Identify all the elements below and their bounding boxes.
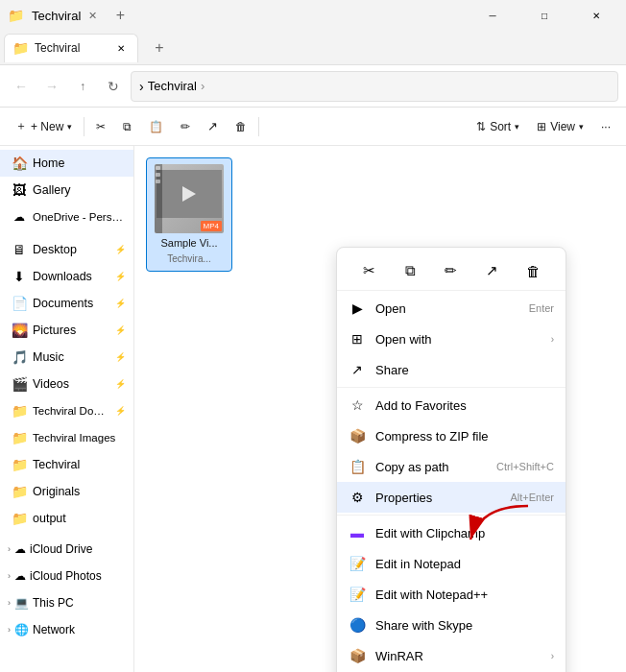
sidebar-item-gallery[interactable]: 🖼 Gallery xyxy=(0,177,133,204)
file-name: Sample Vi... xyxy=(160,237,217,250)
ctx-copy-button[interactable]: ⧉ xyxy=(395,257,425,284)
up-button[interactable]: ↑ xyxy=(69,73,96,100)
toolbar-sep-1 xyxy=(84,117,84,136)
ctx-share-button[interactable]: ↗ xyxy=(477,257,508,284)
ctx-toolbar: ✂ ⧉ ✏ ↗ 🗑 xyxy=(337,252,566,291)
sidebar-item-desktop[interactable]: 🖥 Desktop ⚡ xyxy=(0,236,133,263)
sort-button[interactable]: ⇅ Sort ▾ xyxy=(469,112,527,141)
sidebar-item-downloads[interactable]: ⬇ Downloads ⚡ xyxy=(0,263,133,290)
sidebar-item-label: Documents xyxy=(33,297,109,310)
expand-icon: › xyxy=(8,625,11,635)
sidebar-item-icloud-photos[interactable]: › ☁ iCloud Photos xyxy=(0,563,133,589)
share-button[interactable]: ↗ xyxy=(200,112,226,141)
back-button[interactable]: ← xyxy=(8,73,35,100)
paste-button[interactable]: 📋 xyxy=(141,112,171,141)
sidebar-item-techviral-doc[interactable]: 📁 Techviral Docum ⚡ xyxy=(0,397,133,424)
more-icon: ··· xyxy=(601,120,611,133)
share-icon: ↗ xyxy=(207,119,218,133)
sidebar-item-label: Pictures xyxy=(33,324,109,337)
cut-button[interactable]: ✂ xyxy=(88,112,113,141)
sidebar-item-label: iCloud Drive xyxy=(30,542,92,556)
context-menu: ✂ ⧉ ✏ ↗ 🗑 ▶ Open Enter xyxy=(336,247,566,672)
rename-button[interactable]: ✏ xyxy=(173,112,198,141)
ctx-item-label: Edit in Notepad xyxy=(375,557,554,571)
sidebar-item-home[interactable]: 🏠 Home xyxy=(0,150,133,177)
delete-icon: 🗑 xyxy=(235,120,247,133)
view-label: View xyxy=(550,120,575,133)
sidebar-item-label: Techviral Docum xyxy=(33,405,109,417)
ctx-favorites-item[interactable]: ☆ Add to Favorites xyxy=(337,390,566,420)
sidebar-item-label: Videos xyxy=(33,377,109,391)
file-item-sample-video[interactable]: MP4 Sample Vi... Techvira... xyxy=(146,157,232,272)
delete-button[interactable]: 🗑 xyxy=(228,112,254,141)
refresh-button[interactable]: ↻ xyxy=(100,73,127,100)
sidebar-item-originals[interactable]: 📁 Originals xyxy=(0,478,133,505)
ctx-delete-button[interactable]: 🗑 xyxy=(518,257,549,284)
sidebar-item-label: Desktop xyxy=(33,243,109,256)
copy-path-icon: 📋 xyxy=(349,459,366,474)
paste-icon: 📋 xyxy=(149,120,163,133)
window-icon: 📁 xyxy=(8,8,24,23)
expand-icon: › xyxy=(8,598,11,608)
sidebar-item-network[interactable]: › 🌐 Network xyxy=(0,616,133,643)
breadcrumb[interactable]: › Techviral › xyxy=(131,71,618,102)
ctx-rename-button[interactable]: ✏ xyxy=(436,257,467,284)
notepad-icon: 📝 xyxy=(349,556,366,571)
rename-icon: ✏ xyxy=(445,262,457,279)
sidebar-item-label: Network xyxy=(33,623,75,636)
close-tab-icon[interactable]: ✕ xyxy=(88,10,97,22)
pin-icon: ⚡ xyxy=(115,245,126,254)
ctx-cut-button[interactable]: ✂ xyxy=(353,257,384,284)
sidebar-item-thispc[interactable]: › 💻 This PC xyxy=(0,589,133,616)
new-button[interactable]: ＋ + New ▾ xyxy=(8,112,80,141)
sidebar-item-music[interactable]: 🎵 Music ⚡ xyxy=(0,344,133,371)
downloads-icon: ⬇ xyxy=(12,269,27,284)
sort-label: Sort xyxy=(490,120,511,133)
sidebar-item-onedrive[interactable]: ☁ OneDrive - Persona xyxy=(0,204,133,230)
expand-icon: › xyxy=(8,571,11,581)
skype-icon: 🔵 xyxy=(349,617,366,633)
new-label: + New xyxy=(31,120,63,133)
sidebar-item-icloud-drive[interactable]: › ☁ iCloud Drive xyxy=(0,536,133,563)
maximize-button[interactable]: □ xyxy=(522,0,566,31)
ctx-compress-item[interactable]: 📦 Compress to ZIP file xyxy=(337,420,566,451)
tab-techviral[interactable]: 📁 Techviral ✕ xyxy=(4,34,138,62)
ctx-winrar-item[interactable]: 📦 WinRAR › xyxy=(337,640,566,671)
toolbar: ＋ + New ▾ ✂ ⧉ 📋 ✏ ↗ 🗑 ⇅ Sort ▾ ⊞ View ▾ … xyxy=(0,108,626,146)
sidebar-item-techviral-images[interactable]: 📁 Techviral Images xyxy=(0,424,133,451)
ctx-item-label: Open with xyxy=(375,332,542,347)
sort-icon: ⇅ xyxy=(476,120,486,133)
new-arrow-icon: ▾ xyxy=(67,122,72,132)
tab-close-button[interactable]: ✕ xyxy=(112,39,130,57)
minimize-button[interactable]: ─ xyxy=(470,0,515,31)
pin-icon: ⚡ xyxy=(115,272,126,281)
sidebar-item-label: Techviral xyxy=(33,458,126,471)
sidebar-item-videos[interactable]: 🎬 Videos ⚡ xyxy=(0,371,133,397)
view-button[interactable]: ⊞ View ▾ xyxy=(529,112,591,141)
sidebar-item-techviral[interactable]: 📁 Techviral xyxy=(0,451,133,478)
ctx-open-item[interactable]: ▶ Open Enter xyxy=(337,293,566,324)
ctx-edit-notepad-item[interactable]: 📝 Edit in Notepad xyxy=(337,548,566,579)
close-button[interactable]: ✕ xyxy=(574,0,618,31)
copy-button[interactable]: ⧉ xyxy=(115,112,139,141)
ctx-open-with-item[interactable]: ⊞ Open with › xyxy=(337,324,566,354)
sidebar-item-output[interactable]: 📁 output xyxy=(0,505,133,532)
sidebar-item-label: iCloud Photos xyxy=(30,569,102,583)
ctx-copy-path-item[interactable]: 📋 Copy as path Ctrl+Shift+C xyxy=(337,451,566,482)
folder-icon: 📁 xyxy=(12,457,27,472)
sidebar-item-documents[interactable]: 📄 Documents ⚡ xyxy=(0,290,133,317)
ctx-item-label: Share with Skype xyxy=(375,618,554,633)
desktop-icon: 🖥 xyxy=(12,242,27,257)
file-subname: Techvira... xyxy=(167,253,211,265)
new-tab-button[interactable]: + xyxy=(105,0,135,31)
forward-button[interactable]: → xyxy=(38,73,65,100)
sidebar-item-pictures[interactable]: 🌄 Pictures ⚡ xyxy=(0,317,133,344)
ctx-share-item[interactable]: ↗ Share xyxy=(337,354,566,385)
add-tab-button[interactable]: + xyxy=(144,33,175,63)
ctx-share-skype-item[interactable]: 🔵 Share with Skype xyxy=(337,610,566,640)
more-button[interactable]: ··· xyxy=(593,112,618,141)
pin-icon: ⚡ xyxy=(115,352,126,362)
sidebar: 🏠 Home 🖼 Gallery ☁ OneDrive - Persona 🖥 … xyxy=(0,146,134,672)
ctx-edit-notepadpp-item[interactable]: 📝 Edit with Notepad++ xyxy=(337,579,566,610)
sidebar-item-label: Originals xyxy=(33,485,126,498)
